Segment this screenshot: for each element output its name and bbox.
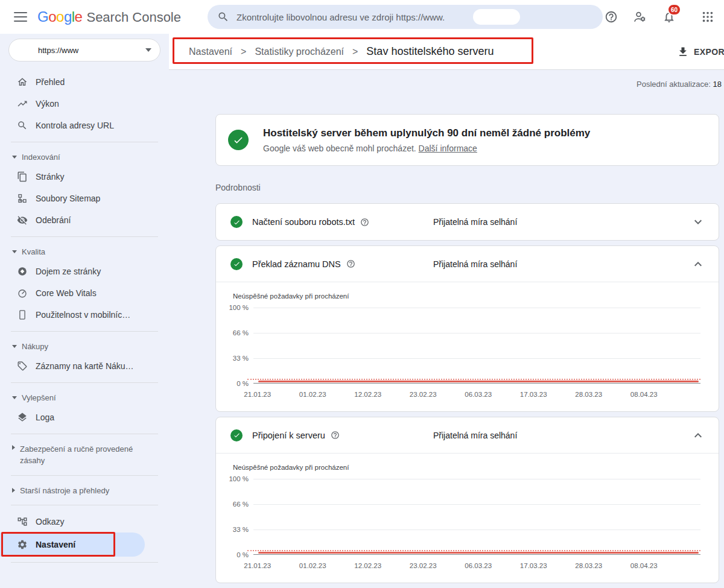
sidebar-item-label: Přehled	[36, 77, 65, 87]
sidebar-item-core-web-vitals[interactable]: Core Web Vitals	[0, 282, 169, 304]
sidebar-item-removals[interactable]: Odebrání	[0, 209, 169, 231]
details-heading: Podrobnosti	[215, 183, 719, 192]
gridline	[253, 504, 700, 505]
x-axis-labels: 21.01.2301.02.2312.02.2323.02.2306.03.23…	[230, 562, 677, 569]
sidebar-item-mobile-usability[interactable]: Použitelnost v mobilníc…	[0, 304, 169, 326]
check-circle-icon	[230, 429, 243, 441]
x-axis-line	[253, 554, 700, 555]
eye-off-icon	[17, 215, 28, 226]
breadcrumb-settings[interactable]: Nastavení	[189, 46, 232, 57]
help-icon	[605, 10, 618, 24]
sidebar-item-shopping-listings[interactable]: Záznamy na kartě Náku…	[0, 355, 169, 377]
help-button[interactable]	[603, 9, 619, 25]
sidebar-item-label: Stránky	[36, 172, 64, 182]
sidebar-item-page-experience[interactable]: Dojem ze stránky	[0, 261, 169, 282]
threshold-line	[247, 379, 700, 380]
sidebar-item-settings[interactable]: Nastavení	[0, 533, 145, 557]
breadcrumb-bar: Nastavení > Statistiky procházení > Stav…	[169, 34, 724, 70]
chart-plot[interactable]	[253, 479, 700, 555]
chevron-down-icon	[12, 345, 17, 348]
sidebar-nav: Přehled Výkon Kontrola adresy URL Indexo…	[0, 71, 169, 563]
panel-dns-header[interactable]: Překlad záznamu DNS Přijatelná míra selh…	[216, 246, 719, 282]
divider	[11, 236, 158, 237]
sidebar-item-overview[interactable]: Přehled	[0, 71, 169, 93]
chevron-down-icon[interactable]	[691, 257, 705, 271]
property-selector[interactable]: https://www	[8, 39, 160, 62]
sidebar-item-label: Nastavení	[36, 540, 75, 549]
sidebar-item-label: Odebrání	[36, 215, 71, 225]
app-bar-actions: 60	[603, 9, 724, 25]
page-experience-icon	[17, 266, 28, 277]
sidebar-item-label: Odkazy	[36, 517, 64, 526]
gridline	[253, 358, 700, 359]
sidebar-item-label: Loga	[36, 413, 54, 422]
sidebar-item-logos[interactable]: Loga	[0, 406, 169, 428]
check-circle-icon	[228, 130, 249, 150]
breadcrumb-current-page: Stav hostitelského serveru	[366, 45, 494, 58]
crawl-stats-content: Poslední aktualizace: 18 Hostitelský ser…	[169, 79, 724, 583]
server-failure-chart: Neúspěšné požadavky při procházení 100 %…	[216, 454, 719, 583]
sidebar-item-label: Výkon	[36, 99, 59, 109]
user-settings-icon	[633, 10, 647, 24]
sidebar-item-sitemaps[interactable]: Soubory Sitemap	[0, 188, 169, 209]
links-icon	[17, 516, 28, 527]
sidebar-item-label: Záznamy na kartě Náku…	[36, 361, 134, 371]
chevron-down-icon	[12, 250, 17, 253]
sidebar-item-label: Soubory Sitemap	[36, 194, 100, 203]
breadcrumb-crawl-stats[interactable]: Statistiky procházení	[255, 46, 344, 57]
breadcrumb-separator-icon: >	[241, 46, 246, 57]
sidebar-section-security-manual-actions[interactable]: Zabezpečení a ručně provedené zásahy	[0, 440, 169, 470]
panel-server-header[interactable]: Připojení k serveru Přijatelná míra selh…	[216, 417, 719, 454]
sidebar-item-links[interactable]: Odkazy	[0, 511, 169, 533]
help-icon[interactable]	[360, 218, 369, 227]
failure-rate-line	[258, 552, 699, 554]
check-circle-icon	[230, 258, 243, 270]
dns-failure-chart: Neúspěšné požadavky při procházení 100 %…	[216, 282, 719, 411]
chevron-down-icon[interactable]	[691, 215, 705, 229]
sidebar-item-label: Core Web Vitals	[36, 288, 97, 298]
divider	[11, 142, 158, 142]
breadcrumb-separator-icon: >	[352, 46, 358, 57]
x-axis-labels: 21.01.2301.02.2312.02.2323.02.2306.03.23…	[230, 391, 677, 398]
url-inspect-searchbar[interactable]	[208, 5, 603, 29]
chart-plot[interactable]	[253, 308, 700, 384]
banner-title: Hostitelský server během uplynulých 90 d…	[263, 127, 590, 139]
help-icon[interactable]	[331, 431, 340, 440]
chevron-down-icon[interactable]	[691, 428, 705, 443]
help-icon[interactable]	[346, 259, 355, 268]
sidebar-item-label: Použitelnost v mobilníc…	[36, 310, 130, 320]
y-axis-ticks: 100 %66 %33 %0 %	[233, 308, 253, 384]
url-inspection-icon	[17, 120, 28, 131]
gridline	[253, 333, 700, 334]
export-button[interactable]: EXPORTOVAT	[677, 34, 724, 70]
panel-robots-txt-header[interactable]: Načtení souboru robots.txt Přijatelná mí…	[216, 204, 719, 240]
sidebar-item-label: Dojem ze stránky	[36, 267, 101, 276]
chart-title: Neúspěšné požadavky při procházení	[233, 292, 700, 300]
sidebar-section-legacy-tools[interactable]: Starší nástroje a přehledy	[0, 481, 169, 499]
sidebar-section-enhancements[interactable]: Vylepšení	[0, 388, 169, 406]
sidebar-item-url-inspection[interactable]: Kontrola adresy URL	[0, 115, 169, 136]
property-favicon-redacted	[15, 42, 33, 58]
last-update: Poslední aktualizace: 18	[215, 79, 722, 90]
divider	[11, 331, 158, 332]
sidebar-item-performance[interactable]: Výkon	[0, 93, 169, 115]
sidebar-item-pages[interactable]: Stránky	[0, 166, 169, 188]
sidebar-section-shopping[interactable]: Nákupy	[0, 337, 169, 355]
tag-icon	[17, 361, 28, 371]
last-update-value: 18	[713, 80, 722, 89]
sidebar-section-indexing[interactable]: Indexování	[0, 148, 169, 166]
chevron-down-icon	[12, 396, 17, 399]
status-label: Přijatelná míra selhání	[433, 217, 517, 227]
apps-button[interactable]	[700, 9, 716, 25]
learn-more-link[interactable]: Další informace	[419, 144, 477, 153]
sidebar-section-quality[interactable]: Kvalita	[0, 242, 169, 261]
search-input[interactable]	[237, 12, 574, 22]
sidebar-item-label: Kontrola adresy URL	[36, 121, 114, 130]
notifications-button[interactable]: 60	[661, 9, 677, 25]
failure-rate-line	[258, 381, 699, 382]
user-settings-button[interactable]	[632, 9, 648, 25]
divider	[11, 562, 158, 563]
gridline	[253, 530, 700, 530]
settings-gear-icon	[17, 539, 28, 550]
menu-icon[interactable]	[7, 5, 34, 29]
